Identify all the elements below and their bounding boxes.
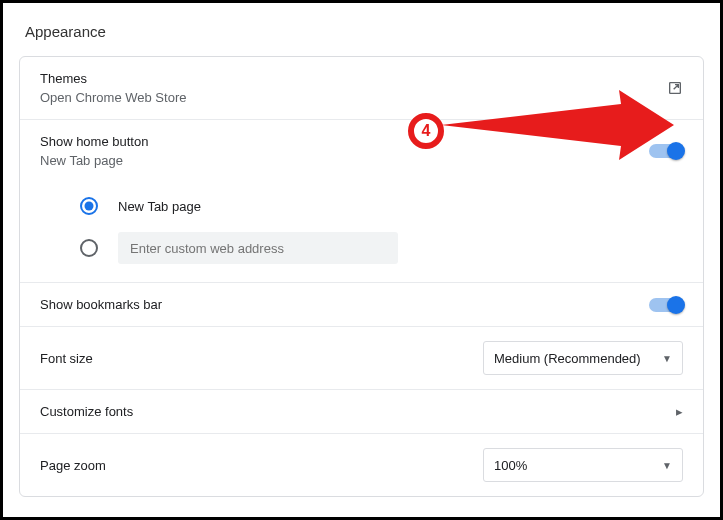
dropdown-icon: ▼ bbox=[662, 353, 672, 364]
themes-subtitle: Open Chrome Web Store bbox=[40, 90, 186, 105]
themes-title: Themes bbox=[40, 71, 186, 86]
show-bookmarks-row: Show bookmarks bar bbox=[20, 283, 703, 327]
font-size-row: Font size Medium (Recommended) ▼ bbox=[20, 327, 703, 390]
show-home-subtitle: New Tab page bbox=[40, 153, 148, 168]
page-zoom-value: 100% bbox=[494, 458, 527, 473]
page-zoom-title: Page zoom bbox=[40, 458, 106, 473]
arrow-icon bbox=[441, 90, 674, 160]
customize-fonts-row[interactable]: Customize fonts ▸ bbox=[20, 390, 703, 434]
callout-number: 4 bbox=[422, 122, 431, 140]
custom-url-input[interactable] bbox=[118, 232, 398, 264]
show-home-title: Show home button bbox=[40, 134, 148, 149]
callout-badge: 4 bbox=[408, 113, 444, 149]
home-option-newtab[interactable]: New Tab page bbox=[80, 188, 683, 224]
dropdown-icon: ▼ bbox=[662, 460, 672, 471]
bookmarks-toggle[interactable] bbox=[649, 298, 683, 312]
radio-icon bbox=[80, 239, 98, 257]
bookmarks-title: Show bookmarks bar bbox=[40, 297, 162, 312]
page-zoom-row: Page zoom 100% ▼ bbox=[20, 434, 703, 496]
page-zoom-select[interactable]: 100% ▼ bbox=[483, 448, 683, 482]
section-title: Appearance bbox=[25, 23, 704, 40]
chevron-right-icon: ▸ bbox=[676, 404, 683, 419]
customize-fonts-title: Customize fonts bbox=[40, 404, 133, 419]
font-size-select[interactable]: Medium (Recommended) ▼ bbox=[483, 341, 683, 375]
home-options: New Tab page bbox=[20, 188, 703, 283]
svg-marker-1 bbox=[441, 90, 674, 160]
font-size-value: Medium (Recommended) bbox=[494, 351, 641, 366]
radio-icon bbox=[80, 197, 98, 215]
home-option-custom[interactable] bbox=[80, 230, 683, 266]
font-size-title: Font size bbox=[40, 351, 93, 366]
home-option-newtab-label: New Tab page bbox=[118, 199, 201, 214]
